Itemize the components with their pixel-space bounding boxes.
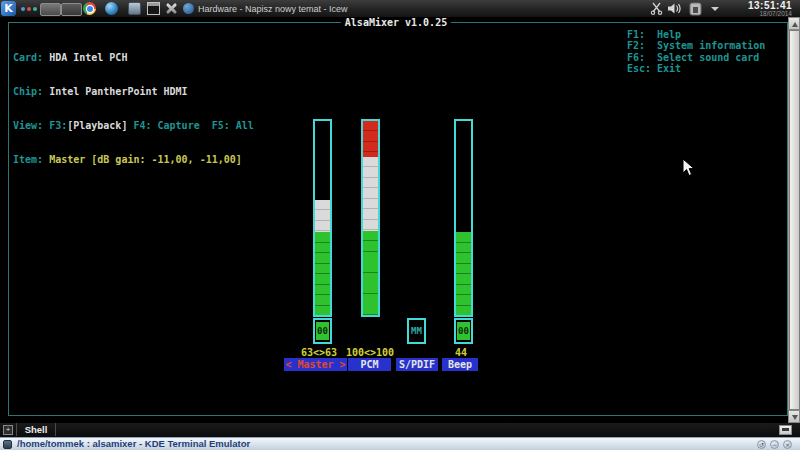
mute-switch-state: MM <box>410 322 423 340</box>
help-key: Esc: <box>627 63 657 74</box>
mute-switch-spdif: MM <box>407 318 426 344</box>
view-playback-mode: [Playback] <box>67 120 127 131</box>
konsole-tab-bar: + Shell <box>0 423 800 437</box>
taskbar-item-iceweasel[interactable]: Hardware - Napisz nowy temat - Icew <box>183 0 358 17</box>
new-tab-button[interactable]: + <box>3 425 13 435</box>
desktop-screen: K Hardware - Napisz nowy temat - Icew <box>0 0 800 450</box>
klipper-scissors-icon[interactable] <box>650 2 663 15</box>
bar-segment-green <box>315 232 330 315</box>
scroll-down-button[interactable] <box>788 410 800 423</box>
panel-button-minimize-icon[interactable]: − <box>770 440 779 449</box>
system-tools-icon[interactable] <box>165 2 178 15</box>
item-label: Item: <box>13 154 43 165</box>
panel-clock[interactable]: 13:51:41 18/07/2014 <box>748 0 792 17</box>
kde-menu-button[interactable]: K <box>1 1 16 16</box>
item-value: Master [dB gain: -11,00, -11,00] <box>49 154 242 165</box>
channel-label-spdif: S/PDIF <box>396 358 438 371</box>
iceweasel-icon <box>183 3 194 14</box>
bar-segment-green <box>363 231 378 315</box>
bottom-panel: /home/tommek : alsamixer - KDE Terminal … <box>0 437 800 450</box>
package-manager-icon[interactable] <box>128 2 141 15</box>
channel-value: 63<>63 <box>301 347 337 358</box>
help-key: F6: <box>627 52 657 63</box>
bar-segment-white <box>363 157 378 231</box>
channel-value: 100<>100 <box>346 347 394 358</box>
chip-value: Intel PantherPoint HDMI <box>49 86 187 97</box>
view-label: View: <box>13 120 43 131</box>
chrome-launcher-icon[interactable] <box>83 2 96 15</box>
tab-shell[interactable]: Shell <box>16 423 56 436</box>
desktop-pager-2[interactable] <box>61 3 82 16</box>
help-label: Exit <box>657 63 681 74</box>
scrollbar-thumb[interactable] <box>789 30 800 410</box>
mute-switch-master: 00 <box>313 318 332 344</box>
bar-segment-green <box>456 232 471 315</box>
item-line: Item: Master [dB gain: -11,00, -11,00] <box>13 154 254 165</box>
channel-value: 44 <box>455 347 467 358</box>
scroll-up-button[interactable] <box>788 17 800 30</box>
bar-segment-empty <box>315 121 330 200</box>
help-line: F2:System information <box>627 40 765 51</box>
view-f3-key: F3: <box>49 120 67 131</box>
card-label: Card: <box>13 52 43 63</box>
help-line: F6:Select sound card <box>627 52 765 63</box>
mouse-cursor <box>682 158 695 177</box>
alsamixer-help: F1:HelpF2:System informationF6:Select so… <box>627 29 765 75</box>
chip-label: Chip: <box>13 86 43 97</box>
quicklaunch-dot-blue[interactable] <box>21 7 25 11</box>
help-line: Esc:Exit <box>627 63 765 74</box>
help-label: System information <box>657 40 765 51</box>
mute-switch-state: 00 <box>316 322 329 340</box>
panel-button-rotate-icon[interactable]: ↺ <box>757 440 766 449</box>
taskbar-item-label: Hardware - Napisz nowy temat - Icew <box>198 4 348 14</box>
mute-switch-state: 00 <box>457 322 470 340</box>
systray-expand-caret-icon[interactable] <box>711 7 719 11</box>
panel-button-close-icon[interactable]: × <box>783 440 792 449</box>
bar-segment-red <box>363 121 378 157</box>
card-value: HDA Intel PCH <box>49 52 127 63</box>
alsamixer-info: Card: HDA Intel PCH Chip: Intel PantherP… <box>13 29 254 189</box>
channel-label-master: < Master > <box>284 358 347 371</box>
help-label: Select sound card <box>657 52 759 63</box>
help-key: F2: <box>627 40 657 51</box>
view-line: View: F3:[Playback] F4: Capture F5: All <box>13 120 254 131</box>
channel-label-pcm: PCM <box>348 358 391 371</box>
browser-globe-icon[interactable] <box>105 2 118 15</box>
bar-segment-empty <box>456 121 471 232</box>
desktop-pager-1[interactable] <box>40 3 61 16</box>
top-panel: K Hardware - Napisz nowy temat - Icew <box>0 0 800 18</box>
terminal-launcher-icon[interactable] <box>147 2 160 15</box>
view-other-modes: F4: Capture F5: All <box>127 120 253 131</box>
volume-bar-master <box>313 119 332 317</box>
tabbar-expand-button[interactable] <box>779 425 792 435</box>
help-line: F1:Help <box>627 29 765 40</box>
active-window-task-button[interactable]: /home/tommek : alsamixer - KDE Terminal … <box>17 438 250 450</box>
card-line: Card: HDA Intel PCH <box>13 52 254 63</box>
volume-speaker-icon[interactable] <box>667 2 681 15</box>
alsamixer-title: AlsaMixer v1.0.25 <box>341 17 451 28</box>
device-notifier-icon[interactable] <box>688 2 703 16</box>
mute-switch-beep: 00 <box>454 318 473 344</box>
quicklaunch-dot-teal[interactable] <box>33 7 37 11</box>
volume-bar-pcm <box>361 119 380 317</box>
help-key: F1: <box>627 29 657 40</box>
help-label: Help <box>657 29 681 40</box>
quicklaunch-dot-red[interactable] <box>27 7 31 11</box>
chip-line: Chip: Intel PantherPoint HDMI <box>13 86 254 97</box>
bar-segment-white <box>315 200 330 232</box>
channel-label-beep: Beep <box>442 358 478 371</box>
terminal-viewport[interactable]: AlsaMixer v1.0.25 Card: HDA Intel PCH Ch… <box>0 17 800 423</box>
konsole-task-icon <box>3 440 12 449</box>
terminal-scrollbar[interactable] <box>788 17 800 423</box>
volume-bar-beep <box>454 119 473 317</box>
